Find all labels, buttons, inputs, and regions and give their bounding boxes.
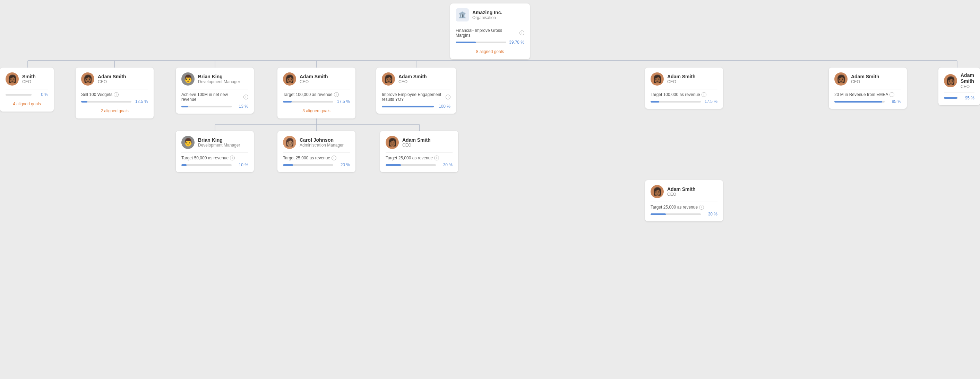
- l1-rp-header: 👩🏾 Adam Smith CEO: [944, 72, 974, 89]
- l1-0-header: 👩🏾 Smith CEO: [6, 72, 48, 86]
- l1-3-avatar: 👩🏾: [283, 72, 296, 86]
- root-aligned-goals[interactable]: 8 aligned goals: [456, 48, 524, 54]
- l1-4-progress-fill: [382, 106, 434, 108]
- l2-0-role: Development Manager: [198, 143, 240, 147]
- l2-card-1[interactable]: 👩🏽 Carol Johnson Administration Manager …: [277, 131, 355, 172]
- l1-4-goal-icon[interactable]: i: [445, 95, 450, 100]
- l2-1-goal-icon[interactable]: i: [331, 155, 336, 160]
- l1-rp-progress-fill: [944, 97, 957, 99]
- org-chart: 🏛️ Amazing Inc. Organisation Financial- …: [0, 0, 980, 379]
- org-icon: 🏛️: [456, 8, 469, 22]
- l2-1-avatar: 👩🏽: [283, 136, 296, 149]
- l2-card-3[interactable]: 👩🏾 Adam Smith CEO Target 25,000 as reven…: [645, 180, 723, 221]
- l1-5a-progress-pct: 17.5 %: [704, 99, 718, 104]
- l2-0-progress-pct: 10 %: [234, 162, 248, 167]
- l1-0-avatar: 👩🏾: [6, 72, 19, 86]
- root-goal-label: Financial- Improve Gross Margins i: [456, 28, 524, 38]
- root-card[interactable]: 🏛️ Amazing Inc. Organisation Financial- …: [450, 3, 530, 59]
- l1-5a-goal-label: Target 100,000 as revenue i: [651, 92, 718, 97]
- l1-emea-avatar: 👩🏾: [834, 72, 848, 86]
- l2-card-2[interactable]: 👩🏾 Adam Smith CEO Target 25,000 as reven…: [380, 131, 458, 172]
- l2-1-progress-row: 20 %: [283, 162, 350, 167]
- l1-5a-progress-bg: [651, 101, 701, 103]
- l2-0-goal-icon[interactable]: i: [230, 155, 235, 160]
- l1-5a-name: Adam Smith: [667, 74, 696, 80]
- l1-0-aligned[interactable]: 4 aligned goals: [6, 100, 48, 107]
- l1-3-name: Adam Smith: [300, 74, 328, 80]
- l2-2-goal-icon[interactable]: i: [434, 155, 439, 160]
- l1-emea-progress-pct: 95 %: [888, 99, 901, 104]
- l1-2-progress-bg: [181, 106, 232, 108]
- l2-3-avatar: 👩🏾: [651, 185, 664, 198]
- l1-emea-progress-fill: [834, 101, 882, 103]
- l1-emea-name: Adam Smith: [851, 74, 880, 80]
- l1-5a-role: CEO: [667, 79, 696, 84]
- l2-3-progress-pct: 30 %: [704, 212, 718, 217]
- l1-card-2[interactable]: 👨 Brian King Development Manager Achieve…: [176, 68, 254, 114]
- l1-card-emea[interactable]: 👩🏾 Adam Smith CEO 20 M in Revenue from E…: [829, 68, 907, 109]
- l2-0-avatar: 👨: [181, 136, 194, 149]
- l2-2-goal-label: Target 25,000 as revenue i: [386, 155, 453, 160]
- l2-1-header: 👩🏽 Carol Johnson Administration Manager: [283, 136, 350, 149]
- l1-1-progress-pct: 12.5 %: [134, 99, 148, 104]
- l1-3-header: 👩🏾 Adam Smith CEO: [283, 72, 350, 86]
- l2-card-0[interactable]: 👨 Brian King Development Manager Target …: [176, 131, 254, 172]
- l1-3-progress-pct: 17.5 %: [336, 99, 350, 104]
- l1-1-goal-icon[interactable]: i: [114, 92, 119, 97]
- l1-5a-goal-icon[interactable]: i: [702, 92, 706, 97]
- l1-5a-progress-row: 17.5 %: [651, 99, 718, 104]
- l1-emea-goal-icon[interactable]: i: [889, 92, 894, 97]
- l1-3-goal-icon[interactable]: i: [334, 92, 339, 97]
- l1-rp-progress-pct: 95 %: [961, 96, 974, 100]
- l2-1-progress-pct: 20 %: [336, 162, 350, 167]
- l1-emea-progress-bg: [834, 101, 885, 103]
- l2-3-role: CEO: [667, 192, 696, 197]
- l1-1-avatar: 👩🏾: [81, 72, 94, 86]
- l2-0-name: Brian King: [198, 137, 240, 143]
- root-progress-row: 39.78 %: [456, 40, 524, 45]
- root-role: Organisation: [473, 15, 502, 20]
- l2-2-role: CEO: [402, 143, 431, 147]
- l2-0-goal-label: Target 50,000 as revenue i: [181, 155, 248, 160]
- l1-card-3[interactable]: 👩🏾 Adam Smith CEO Target 100,000 as reve…: [277, 68, 355, 119]
- root-progress-pct: 39.78 %: [509, 40, 524, 45]
- l1-4-progress-row: 100 %: [382, 104, 450, 109]
- l1-rp-name: Adam Smith: [961, 72, 974, 84]
- l1-emea-role: CEO: [851, 79, 880, 84]
- l2-0-progress-row: 10 %: [181, 162, 248, 167]
- l1-card-5a[interactable]: 👩🏾 Adam Smith CEO Target 100,000 as reve…: [645, 68, 723, 109]
- l1-3-progress-fill: [283, 101, 292, 103]
- l1-card-right-partial[interactable]: 👩🏾 Adam Smith CEO 95 %: [939, 68, 980, 105]
- l2-3-name: Adam Smith: [667, 186, 696, 192]
- l2-1-progress-fill: [283, 164, 293, 166]
- l1-card-1[interactable]: 👩🏾 Adam Smith CEO Sell 100 Widgets i 12.…: [76, 68, 154, 119]
- l1-0-progress-row: 0 %: [6, 92, 48, 97]
- l1-2-progress-pct: 13 %: [234, 104, 248, 109]
- l1-2-goal-label: Achieve 100M in net new revenue i: [181, 92, 248, 102]
- l1-2-goal-icon[interactable]: i: [243, 95, 248, 100]
- l2-1-name: Carol Johnson: [300, 137, 344, 143]
- root-progress-fill: [456, 41, 476, 43]
- l2-3-goal-label: Target 25,000 as revenue i: [651, 205, 718, 209]
- root-card-header: 🏛️ Amazing Inc. Organisation: [456, 8, 524, 22]
- l1-1-aligned[interactable]: 2 aligned goals: [81, 108, 148, 114]
- l2-3-goal-icon[interactable]: i: [699, 205, 704, 209]
- l1-1-progress-bg: [81, 101, 131, 103]
- l1-3-aligned[interactable]: 3 aligned goals: [283, 108, 350, 114]
- l2-0-header: 👨 Brian King Development Manager: [181, 136, 248, 149]
- l2-3-progress-fill: [651, 213, 666, 215]
- root-progress-bg: [456, 41, 506, 43]
- l1-2-progress-row: 13 %: [181, 104, 248, 109]
- l2-3-progress-bg: [651, 213, 701, 215]
- l1-card-4[interactable]: 👩🏾 Adam Smith CEO Improve Employee Engag…: [376, 68, 456, 114]
- l1-1-progress-fill: [81, 101, 88, 103]
- l1-rp-progress-bg: [944, 97, 958, 99]
- l1-4-progress-pct: 100 %: [437, 104, 450, 109]
- root-goal-info-icon[interactable]: i: [519, 30, 524, 35]
- l1-3-progress-bg: [283, 101, 333, 103]
- l2-1-role: Administration Manager: [300, 143, 344, 147]
- l1-3-progress-row: 17.5 %: [283, 99, 350, 104]
- l2-2-progress-bg: [386, 164, 436, 166]
- l1-2-progress-fill: [181, 106, 188, 108]
- l1-card-0[interactable]: 👩🏾 Smith CEO 0 % 4 aligned goals: [0, 68, 54, 111]
